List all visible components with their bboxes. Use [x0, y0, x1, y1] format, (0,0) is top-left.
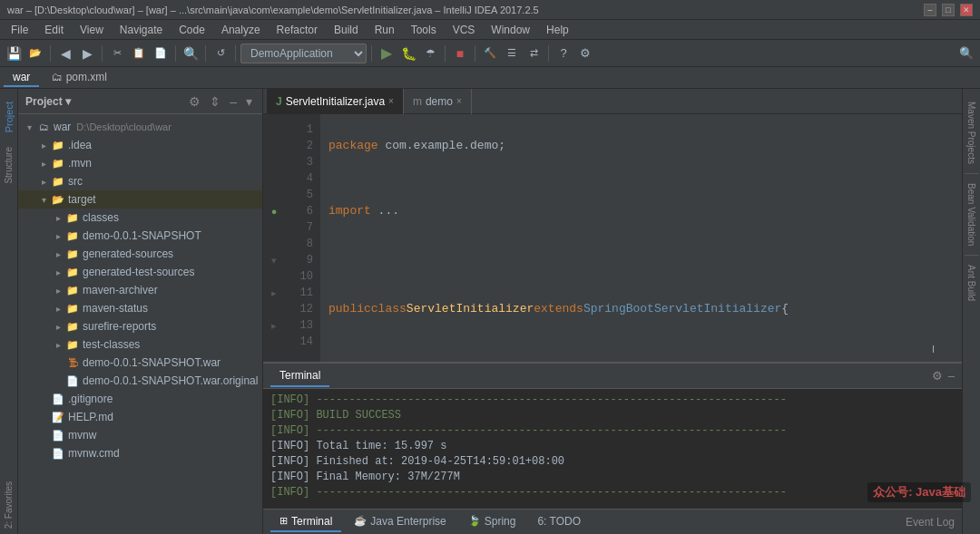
terminal-icon: ⊞ — [279, 515, 288, 527]
tab-m-icon: m — [413, 95, 422, 108]
tree-item-maven-status[interactable]: ▸ 📁 maven-status — [18, 299, 262, 317]
tab-pom[interactable]: 🗂 pom.xml — [43, 69, 116, 87]
menu-navigate[interactable]: Navigate — [113, 22, 170, 38]
minimize-button[interactable]: – — [924, 4, 936, 16]
menu-refactor[interactable]: Refactor — [270, 22, 325, 38]
folder-archiver-icon: 📁 — [65, 285, 80, 296]
tree-arrow-mvnw-cmd: ▸ — [36, 449, 51, 459]
tree-label-snapshot: demo-0.0.1-SNAPSHOT — [83, 229, 201, 242]
tree-item-gen-test-sources[interactable]: ▸ 📁 generated-test-sources — [18, 263, 262, 281]
maximize-button[interactable]: □ — [942, 4, 955, 16]
tree-item-surefire-reports[interactable]: ▸ 📁 surefire-reports — [18, 317, 262, 335]
menu-help[interactable]: Help — [539, 22, 576, 38]
run-button[interactable]: ▶ — [377, 44, 397, 63]
tree-item-snapshot[interactable]: ▸ 📁 demo-0.0.1-SNAPSHOT — [18, 227, 262, 245]
tree-item-classes[interactable]: ▸ 📁 classes — [18, 209, 262, 227]
run-config-dropdown[interactable]: DemoApplication — [240, 44, 367, 63]
toolbar-refresh[interactable]: ↺ — [211, 44, 230, 63]
editor-tabbar: J ServletInitializer.java × m demo × — [263, 89, 962, 114]
menu-vcs[interactable]: VCS — [446, 22, 483, 38]
tree-item-idea[interactable]: ▸ 📁 .idea — [18, 136, 262, 154]
tree-item-maven-archiver[interactable]: ▸ 📁 maven-archiver — [18, 281, 262, 299]
sidebar-project-label[interactable]: Project — [2, 96, 16, 138]
toolbar-build[interactable]: 🔨 — [480, 44, 500, 63]
menu-view[interactable]: View — [73, 22, 111, 38]
menu-file[interactable]: File — [4, 22, 35, 38]
debug-button[interactable]: 🐛 — [398, 44, 418, 63]
code-content[interactable]: package com.example.demo; import ... pub… — [321, 114, 962, 362]
menu-edit[interactable]: Edit — [37, 22, 71, 38]
toolbar-open[interactable]: 📂 — [25, 44, 45, 63]
maven-projects-label[interactable]: Maven Projects — [965, 96, 978, 170]
toolbar-forward[interactable]: ▶ — [77, 44, 97, 63]
toolbar-copy[interactable]: 📋 — [129, 44, 149, 63]
sidebar-structure-label[interactable]: Structure — [2, 141, 15, 189]
coverage-button[interactable]: ☂ — [420, 44, 440, 63]
folder-target-icon: 📂 — [51, 194, 65, 206]
menu-run[interactable]: Run — [368, 22, 402, 38]
menu-tools[interactable]: Tools — [404, 22, 444, 38]
terminal-settings-icon[interactable]: ⚙ — [932, 369, 943, 383]
tree-item-gen-sources[interactable]: ▸ 📁 generated-sources — [18, 245, 262, 263]
toolbar-help[interactable]: ? — [554, 44, 573, 63]
panel-collapse-icon[interactable]: – — [227, 93, 240, 110]
tree-item-src[interactable]: ▸ 📁 src — [18, 172, 262, 190]
bottom-tab-todo[interactable]: 6: TODO — [528, 512, 590, 532]
panel-scroll-icon[interactable]: ⇕ — [207, 93, 223, 110]
toolbar-find[interactable]: 🔍 — [181, 44, 201, 63]
tree-item-war-root[interactable]: ▾ 🗂 war D:\Desktop\cloud\war — [18, 118, 262, 136]
tree-item-mvn[interactable]: ▸ 📁 .mvn — [18, 154, 262, 172]
folder-gen-test-icon: 📁 — [65, 267, 80, 278]
gutter-7 — [263, 219, 285, 236]
toolbar-tasks[interactable]: ☰ — [502, 44, 522, 63]
toolbar-diff[interactable]: ⇄ — [524, 44, 544, 63]
bottom-tab-java-enterprise[interactable]: ☕ Java Enterprise — [345, 512, 455, 532]
terminal-tab-terminal[interactable]: Terminal — [270, 365, 329, 387]
toolbar-save[interactable]: 💾 — [4, 44, 24, 63]
tab-demo[interactable]: m demo × — [404, 89, 472, 114]
tab-close-servlet[interactable]: × — [388, 96, 394, 106]
bottom-tab-spring[interactable]: 🍃 Spring — [459, 512, 525, 532]
panel-settings-icon[interactable]: ▾ — [243, 93, 255, 110]
menu-code[interactable]: Code — [172, 22, 212, 38]
linenum-12: 12 — [285, 301, 320, 317]
tree-item-test-classes[interactable]: ▸ 📁 test-classes — [18, 335, 262, 354]
panel-gear-icon[interactable]: ⚙ — [186, 93, 203, 110]
close-button[interactable]: ✕ — [960, 4, 973, 16]
tree-item-mvnw[interactable]: ▸ 📄 mvnw — [18, 426, 262, 444]
toolbar-settings[interactable]: ⚙ — [575, 44, 595, 63]
tree-item-mvnw-cmd[interactable]: ▸ 📄 mvnw.cmd — [18, 444, 262, 462]
menu-window[interactable]: Window — [484, 22, 537, 38]
menu-build[interactable]: Build — [327, 22, 366, 38]
tree-label-war-file: demo-0.0.1-SNAPSHOT.war — [83, 356, 220, 369]
toolbar-back[interactable]: ◀ — [55, 44, 75, 63]
tree-item-gitignore[interactable]: ▸ 📄 .gitignore — [18, 390, 262, 408]
terminal-area: Terminal ⚙ – [INFO] --------------------… — [263, 362, 962, 534]
bottom-tab-terminal[interactable]: ⊞ Terminal — [270, 512, 341, 532]
linenum-8: 8 — [285, 236, 320, 252]
bean-validation-label[interactable]: Bean Validation — [965, 178, 978, 251]
toolbar-paste[interactable]: 📄 — [151, 44, 171, 63]
tree-item-target[interactable]: ▾ 📂 target — [18, 190, 262, 209]
tab-war[interactable]: war — [4, 69, 39, 87]
code-line-6: public class ServletInitializer extends … — [328, 301, 955, 317]
tab-servlet-initializer[interactable]: J ServletInitializer.java × — [267, 89, 404, 114]
tree-item-help[interactable]: ▸ 📝 HELP.md — [18, 408, 262, 426]
toolbar-search-everywhere[interactable]: 🔍 — [956, 44, 976, 63]
tree-item-war-original[interactable]: ▸ 📄 demo-0.0.1-SNAPSHOT.war.original — [18, 372, 262, 390]
tree-item-war-file[interactable]: ▸ 🗜 demo-0.0.1-SNAPSHOT.war — [18, 354, 262, 372]
terminal-close-icon[interactable]: – — [948, 369, 955, 383]
tree-label-idea: .idea — [68, 139, 92, 151]
sidebar-favorites-label[interactable]: 2: Favorites — [2, 476, 15, 534]
menu-analyze[interactable]: Analyze — [214, 22, 268, 38]
linenum-6: 6 — [285, 203, 320, 219]
code-editor[interactable]: ● ▾ ▸ ▸ 1 2 3 4 5 6 — [263, 114, 962, 362]
event-log-label[interactable]: Event Log — [906, 516, 955, 529]
main-content: Project Structure 2: Favorites Project ▾… — [0, 89, 980, 534]
toolbar-cut[interactable]: ✂ — [107, 44, 127, 63]
editor-terminal-container: J ServletInitializer.java × m demo × — [263, 89, 962, 534]
ant-build-label[interactable]: Ant Build — [965, 259, 978, 306]
stop-button[interactable]: ■ — [450, 44, 470, 63]
terminal-content[interactable]: [INFO] ---------------------------------… — [263, 389, 962, 509]
tab-close-demo[interactable]: × — [456, 96, 462, 106]
